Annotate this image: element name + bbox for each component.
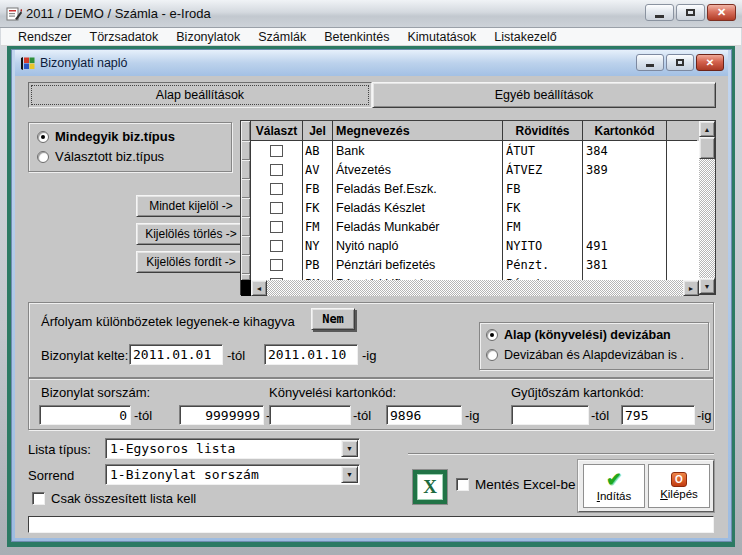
dialog-bizonylati-naplo: Bizonylati napló ✕ Alap beállítások Egyé…: [12, 50, 731, 541]
vertical-scrollbar[interactable]: ▲ ▼: [699, 121, 715, 294]
row-selector[interactable]: [241, 179, 251, 198]
v-scroll-track[interactable]: [699, 159, 715, 278]
konyvelesi-to-input[interactable]: [386, 405, 462, 425]
col-header-jel[interactable]: Jel: [303, 121, 333, 141]
horizontal-scrollbar[interactable]: ◄ ►: [241, 280, 699, 296]
window-title: 2011 / DEMO / Számla - e-Iroda: [26, 6, 211, 21]
col-header-megnevezes[interactable]: Megnevezés: [333, 121, 503, 141]
table-row: NY Nyitó napló NYITO 491: [241, 236, 699, 255]
row-checkbox[interactable]: [270, 164, 283, 176]
row-checkbox[interactable]: [270, 145, 283, 157]
biztipus-group: Mindegyik biz.típus Választott biz.típus: [28, 122, 232, 172]
col-header-kartonkod[interactable]: Kartonkód: [583, 121, 667, 141]
row-checkbox[interactable]: [270, 259, 283, 271]
row-selector[interactable]: [241, 236, 251, 255]
inditas-button[interactable]: ✔ Indítás: [583, 464, 645, 508]
kelte-label: Bizonylat kelte:: [41, 348, 128, 363]
osszesitett-checkbox[interactable]: Csak összesített lista kell: [32, 491, 196, 506]
menu-torzsadatok[interactable]: Törzsadatok: [81, 30, 168, 44]
chevron-down-icon[interactable]: ▼: [341, 440, 358, 457]
menu-betenkintes[interactable]: Betenkintés: [315, 30, 398, 44]
row-selector[interactable]: [241, 217, 251, 236]
app-icon: [6, 6, 22, 22]
menu-szamlak[interactable]: Számlák: [249, 30, 315, 44]
button-label: Nem: [322, 312, 344, 326]
menu-kimutatasok[interactable]: Kimutatások: [398, 30, 485, 44]
tab-alap-beallitasok[interactable]: Alap beállítások: [28, 82, 372, 108]
minimize-icon[interactable]: [645, 4, 674, 21]
scroll-down-icon[interactable]: ▼: [699, 278, 715, 294]
gyujtoszam-to-input[interactable]: [621, 405, 695, 425]
excel-checkbox[interactable]: Mentés Excel-be: [456, 477, 576, 492]
radio-valasztott-biztipus[interactable]: Választott biz.típus: [37, 149, 164, 164]
v-scroll-thumb[interactable]: [699, 137, 715, 159]
gyujtoszam-from-input[interactable]: [511, 405, 589, 425]
radio-icon: [37, 151, 49, 163]
chevron-down-icon[interactable]: ▼: [341, 466, 358, 483]
row-selector[interactable]: [241, 141, 251, 160]
dialog-icon: [20, 56, 35, 71]
button-label: Indítás: [597, 490, 632, 502]
kijeloles-torles-button[interactable]: Kijelölés törlés ->: [136, 223, 246, 245]
lista-tipus-label: Lista típus:: [28, 442, 91, 457]
kijeloles-fordit-button[interactable]: Kijelölés fordít ->: [136, 251, 246, 273]
sorszam-to-input[interactable]: [179, 405, 264, 425]
radio-label: Alap (könyvelési) devizában: [504, 328, 671, 342]
row-checkbox[interactable]: [270, 240, 283, 252]
radio-label: Mindegyik biz.típus: [55, 129, 175, 144]
maximize-icon[interactable]: [676, 4, 705, 21]
h-scroll-track[interactable]: [267, 280, 683, 296]
scroll-left-icon[interactable]: ◄: [251, 280, 267, 296]
mindet-kijelol-button[interactable]: Mindet kijelöl ->: [136, 195, 246, 217]
suffix-tol: -tól: [591, 408, 609, 423]
checkbox-label: Csak összesített lista kell: [51, 491, 196, 506]
konyvelesi-from-input[interactable]: [269, 405, 351, 425]
dialog-titlebar[interactable]: Bizonylati napló ✕: [15, 50, 728, 76]
dialog-title: Bizonylati napló: [40, 56, 128, 70]
row-selector[interactable]: [241, 255, 251, 274]
konyvelesi-label: Könyvelési kartonkód:: [269, 385, 396, 400]
exit-icon: O: [671, 472, 687, 487]
kelte-to-input[interactable]: [264, 344, 358, 365]
row-checkbox[interactable]: [270, 202, 283, 214]
table-row: AB Bank ÁTUT 384: [241, 141, 699, 160]
tab-egyeb-beallitasok[interactable]: Egyéb beállítások: [372, 82, 716, 108]
window-titlebar[interactable]: 2011 / DEMO / Számla - e-Iroda ✕: [0, 0, 742, 28]
sorszam-from-input[interactable]: [39, 405, 131, 425]
col-header-valaszt[interactable]: Választ: [251, 121, 303, 141]
table-row: FB Feladás Bef.Eszk. FB: [241, 179, 699, 198]
button-label: Mindet kijelöl ->: [149, 199, 233, 213]
lista-tipus-select[interactable]: 1-Egysoros lista ▼: [105, 438, 360, 459]
dialog-close-icon[interactable]: ✕: [696, 54, 724, 71]
dialog-minimize-icon[interactable]: [636, 54, 664, 71]
scroll-right-icon[interactable]: ►: [683, 280, 699, 296]
dialog-maximize-icon[interactable]: [666, 54, 694, 71]
arfolyam-group: Árfolyam különbözetek legyenek-e kihagyv…: [28, 302, 714, 378]
nem-toggle-button[interactable]: Nem: [311, 308, 355, 330]
menu-rendszer[interactable]: Rendszer: [9, 30, 81, 44]
sorrend-select[interactable]: 1-Bizonylat sorszám ▼: [105, 464, 360, 485]
radio-mindegyik-biztipus[interactable]: Mindegyik biz.típus: [37, 129, 175, 144]
kilepes-button[interactable]: O Kilépés: [648, 464, 710, 508]
row-selector[interactable]: [241, 160, 251, 179]
menu-listakezelo[interactable]: Listakezelő: [485, 30, 566, 44]
row-selector[interactable]: [241, 198, 251, 217]
row-indicator: [241, 280, 251, 296]
row-checkbox[interactable]: [270, 221, 283, 233]
radio-icon: [37, 131, 49, 143]
close-icon[interactable]: ✕: [707, 4, 736, 21]
combo-value: 1-Bizonylat sorszám: [106, 467, 341, 482]
row-checkbox[interactable]: [270, 183, 283, 195]
kelte-from-input[interactable]: [129, 344, 223, 365]
main-window: 2011 / DEMO / Számla - e-Iroda ✕ Rendsze…: [0, 0, 742, 555]
table-row: AV Átvezetés ÁTVEZ 389: [241, 160, 699, 179]
radio-alap-devizaban[interactable]: Alap (könyvelési) devizában: [486, 328, 671, 342]
radio-icon: [486, 349, 498, 361]
scroll-up-icon[interactable]: ▲: [699, 121, 715, 137]
radio-devizaban-is[interactable]: Devizában és Alapdevizában is .: [486, 348, 684, 362]
col-header-rovidites[interactable]: Rövidítés: [503, 121, 583, 141]
deviza-group: Alap (könyvelési) devizában Devizában és…: [479, 322, 709, 370]
button-label: Kijelölés fordít ->: [146, 255, 236, 269]
menu-bizonylatok[interactable]: Bizonylatok: [167, 30, 249, 44]
suffix-tol: -tól: [134, 408, 152, 423]
